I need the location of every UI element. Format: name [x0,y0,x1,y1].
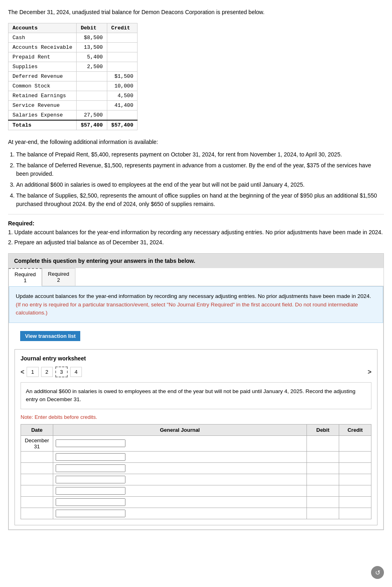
page-2[interactable]: 2 [41,367,53,377]
journal-row-5 [21,496,371,508]
journal-entry-5[interactable] [53,496,307,508]
tb-account-7: Service Revenue [8,101,77,110]
journal-row-1 [21,451,371,462]
journal-debit-6[interactable] [307,508,339,519]
col-accounts: Accounts [8,23,77,33]
col-debit: Debit [77,23,107,33]
journal-credit-input-5[interactable] [342,499,369,505]
journal-debit-input-2[interactable] [309,465,336,471]
page-3[interactable]: 3 [55,366,68,377]
additional-info-item-3: The balance of Supplies, $2,500, represe… [16,192,384,208]
journal-date-4 [21,485,53,496]
tab-required-1[interactable]: Required 1 [8,268,42,286]
journal-row-2 [21,462,371,474]
journal-credit-1[interactable] [339,451,371,462]
journal-worksheet: Journal entry worksheet < 1 2 3 4 > An a… [15,349,377,525]
journal-entry-input-0[interactable] [56,439,125,447]
tb-account-9: Totals [8,120,77,130]
journal-entry-1[interactable] [53,451,307,462]
required-section: Required: 1. Update account balances for… [8,220,384,247]
journal-credit-5[interactable] [339,496,371,508]
journal-worksheet-title: Journal entry worksheet [21,355,371,362]
journal-debit-4[interactable] [307,485,339,496]
tb-credit-8 [107,110,138,121]
tb-account-2: Prepaid Rent [8,52,77,62]
page-4[interactable]: 4 [70,367,82,377]
tab-required-2[interactable]: Required 2 [42,268,75,286]
nav-next-arrow[interactable]: > [368,368,371,376]
view-transaction-button[interactable]: View transaction list [20,331,80,341]
journal-credit-input-1[interactable] [342,454,369,460]
journal-credit-3[interactable] [339,474,371,485]
tb-debit-1: 13,500 [77,43,107,52]
journal-entry-input-5[interactable] [56,498,125,506]
journal-debit-input-6[interactable] [309,510,336,516]
journal-entry-input-6[interactable] [56,510,125,517]
journal-entry-6[interactable] [53,508,307,519]
tb-credit-2 [107,52,138,62]
complete-box: Complete this question by entering your … [8,253,384,530]
journal-debit-1[interactable] [307,451,339,462]
th-credit: Credit [339,424,371,435]
page-1[interactable]: 1 [27,367,38,377]
tabs-row: Required 1Required 2 [8,268,384,286]
journal-entry-input-1[interactable] [56,453,125,461]
journal-entry-input-3[interactable] [56,476,125,483]
journal-entry-2[interactable] [53,462,307,474]
journal-credit-0[interactable] [339,435,371,451]
tb-credit-6: 4,500 [107,91,138,101]
journal-debit-0[interactable] [307,435,339,451]
journal-table: Date General Journal Debit Credit Decemb… [21,424,371,519]
complete-header: Complete this question by entering your … [8,254,384,268]
instruction-text: Update account balances for the year-end… [16,292,376,317]
journal-entry-3[interactable] [53,474,307,485]
th-debit: Debit [307,424,339,435]
journal-row-6 [21,508,371,519]
journal-entry-input-4[interactable] [56,487,125,495]
transaction-description: An additional $600 in salaries is owed t… [21,382,371,409]
journal-credit-input-3[interactable] [342,477,369,483]
instruction-box: Update account balances for the year-end… [9,286,383,323]
additional-info-item-0: The balance of Prepaid Rent, $5,400, rep… [16,150,384,159]
th-date: Date [21,424,53,435]
journal-row-0: December31 [21,435,371,451]
journal-date-2 [21,462,53,474]
tb-account-5: Common Stock [8,81,77,91]
journal-debit-input-1[interactable] [309,454,336,460]
tb-credit-4: $1,500 [107,72,138,81]
journal-credit-6[interactable] [339,508,371,519]
journal-date-3 [21,474,53,485]
journal-entry-0[interactable] [53,435,307,451]
tb-credit-0 [107,33,138,43]
journal-debit-2[interactable] [307,462,339,474]
journal-date-6 [21,508,53,519]
journal-debit-input-3[interactable] [309,477,336,483]
journal-credit-2[interactable] [339,462,371,474]
journal-row-3 [21,474,371,485]
journal-date-1 [21,451,53,462]
tb-debit-3: 2,500 [77,62,107,72]
journal-debit-input-0[interactable] [309,440,336,446]
nav-prev-arrow[interactable]: < [21,368,24,376]
additional-info-item-2: An additional $600 in salaries is owed t… [16,181,384,189]
col-credit: Credit [107,23,138,33]
tb-debit-9: $57,400 [77,120,107,130]
journal-credit-input-6[interactable] [342,510,369,516]
note-text: Note: Enter debits before credits. [21,414,371,420]
tb-credit-3 [107,62,138,72]
page-nav: < 1 2 3 4 > [21,366,371,377]
journal-debit-input-4[interactable] [309,488,336,494]
journal-entry-4[interactable] [53,485,307,496]
tb-debit-2: 5,400 [77,52,107,62]
journal-debit-3[interactable] [307,474,339,485]
journal-debit-5[interactable] [307,496,339,508]
journal-credit-input-4[interactable] [342,488,369,494]
journal-date-5 [21,496,53,508]
journal-credit-4[interactable] [339,485,371,496]
journal-credit-input-2[interactable] [342,465,369,471]
journal-credit-input-0[interactable] [342,440,369,446]
tb-debit-4 [77,72,107,81]
journal-entry-input-2[interactable] [56,464,125,472]
journal-debit-input-5[interactable] [309,499,336,505]
th-general-journal: General Journal [53,424,307,435]
